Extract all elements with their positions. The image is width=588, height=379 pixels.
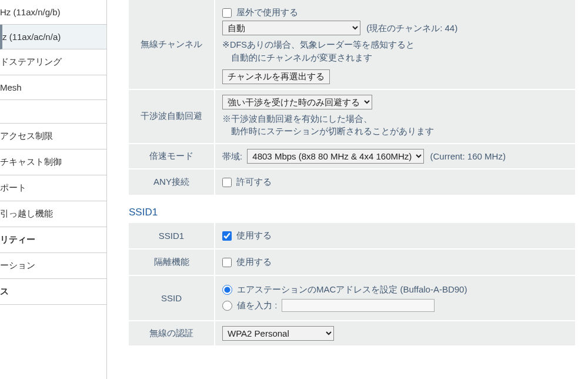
sidebar-item-moving[interactable]: 引っ越し機能 [0,201,106,227]
sidebar-item-mesh[interactable]: Mesh [0,75,106,100]
isolation-checkbox-label: 使用する [236,257,272,268]
bandwidth-field-label: 帯域: [222,151,242,161]
ssid-mac-radio[interactable] [222,285,232,295]
any-connect-checkbox[interactable] [222,178,232,187]
any-connect-label: ANY接続 [129,169,214,195]
sidebar-item-24ghz[interactable]: Hz (11ax/n/g/b) [0,0,106,25]
current-channel-text: (現在のチャンネル: 44) [366,23,457,33]
outdoor-use-label: 屋外で使用する [236,7,298,18]
ssid-mac-radio-label: エアステーションのMACアドレスを設定 (Buffalo-A-BD90) [237,284,467,295]
ssid-input-radio-label: 値を入力 : [237,300,277,311]
interference-select[interactable]: 強い干渉を受けた時のみ回避する [222,95,372,109]
sidebar-item-5ghz[interactable]: z (11ax/ac/n/a) [0,25,106,49]
speed-mode-label: 倍速モード [129,144,214,168]
sidebar-item-station[interactable]: ーション [0,253,106,279]
ssid-input-radio[interactable] [222,301,232,311]
interference-avoid-label: 干渉波自動回避 [129,90,214,144]
sidebar-item-multicast[interactable]: チキャスト制御 [0,149,106,175]
sidebar-item-access-restrict[interactable]: アクセス制限 [0,124,106,149]
isolation-row-label: 隔離機能 [129,250,214,275]
ssid1-enable-label: 使用する [236,230,272,241]
wireless-channel-label: 無線チャンネル [129,0,214,89]
dfs-note: ※DFSありの場合、気象レーダー等を感知すると 自動的にチャンネルが変更されます [222,39,568,65]
sidebar-item-port[interactable]: ポート [0,175,106,201]
sidebar-item-security[interactable]: リティー [0,227,106,253]
outdoor-use-checkbox[interactable] [222,8,232,18]
speed-mode-select[interactable]: 4803 Mbps (8x8 80 MHz & 4x4 160MHz) [247,149,424,164]
basic-settings-table: 無線チャンネル 屋外で使用する 自動 (現在のチャンネル: 44) ※DFSあり… [128,0,576,196]
channel-select[interactable]: 自動 [222,21,360,35]
current-bandwidth-text: (Current: 160 MHz) [430,151,506,161]
main-content: 無線チャンネル 屋外で使用する 自動 (現在のチャンネル: 44) ※DFSあり… [107,0,588,379]
sidebar: Hz (11ax/n/g/b) z (11ax/ac/n/a) ドステアリング … [0,0,107,379]
reselect-channel-button[interactable]: チャンネルを再選出する [222,69,330,84]
any-connect-checkbox-label: 許可する [236,177,272,188]
ssid1-row-label: SSID1 [129,223,214,248]
sidebar-item-blank[interactable] [0,100,106,124]
interference-note: ※干渉波自動回避を有効にした場合、 動作時にステーションが切断されることがありま… [222,113,568,139]
wireless-auth-select[interactable]: WPA2 Personal [222,326,334,341]
ssid-row-label: SSID [129,276,214,320]
wireless-auth-label: 無線の認証 [129,321,214,345]
sidebar-item-status[interactable]: ス [0,279,106,305]
ssid-settings-table: SSID1 使用する 隔離機能 使用する SSID [128,222,576,347]
isolation-checkbox[interactable] [222,258,232,267]
ssid1-enable-checkbox[interactable] [222,231,232,241]
ssid-value-input[interactable] [282,299,435,312]
ssid1-section-title: SSID1 [129,207,576,218]
sidebar-item-band-steering[interactable]: ドステアリング [0,49,106,75]
